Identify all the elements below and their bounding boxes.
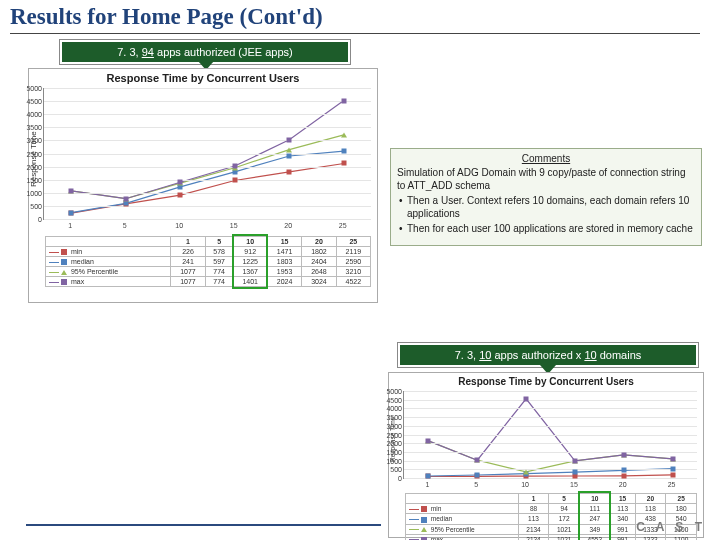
chart-bottom: Response Time by Concurrent Users Respon… [388, 372, 704, 538]
chart-top-plot: 0500100015002000250030003500400045005000 [43, 88, 371, 220]
footer-logo: C A S T [636, 520, 706, 534]
banner-bottom-text-b: apps authorized x [491, 349, 584, 361]
banner-top-text-a: 7. 3, [117, 46, 141, 58]
chart-top-ylabel: Response Time [29, 86, 41, 232]
banner-bottom: 7. 3, 10 apps authorized x 10 domains [398, 343, 698, 367]
comments-li1: Then a User. Context refers 10 domains, … [397, 195, 695, 220]
chart-top-xaxis: 1510152025 [41, 220, 377, 232]
chart-top: Response Time by Concurrent Users Respon… [28, 68, 378, 303]
chart-bottom-plot: 0500100015002000250030003500400045005000 [403, 391, 697, 479]
banner-top-underline-1: 94 [142, 46, 154, 58]
chart-bottom-title: Response Time by Concurrent Users [389, 373, 703, 389]
title-underline [10, 33, 700, 34]
comments-p1: Simulation of ADG Domain with 9 copy/pas… [397, 167, 695, 192]
banner-top-text-b: apps authorized (JEE apps) [154, 46, 293, 58]
comments-li2: Then for each user 100 applications are … [397, 223, 695, 236]
chart-bottom-xaxis: 1510152025 [401, 479, 703, 489]
banner-bottom-text-c: domains [597, 349, 642, 361]
page-title: Results for Home Page (Cont'd) [10, 4, 712, 30]
banner-bottom-text-a: 7. 3, [455, 349, 479, 361]
comments-panel: Comments Simulation of ADG Domain with 9… [390, 148, 702, 246]
page-header: Results for Home Page (Cont'd) [0, 0, 720, 34]
footer-bar [26, 524, 381, 526]
chart-top-data-table: 1510152025 min226578912147118022119 medi… [45, 236, 371, 287]
comments-heading: Comments [397, 153, 695, 164]
chart-top-title: Response Time by Concurrent Users [29, 69, 377, 86]
banner-bottom-underline-2: 10 [584, 349, 596, 361]
banner-bottom-underline-1: 10 [479, 349, 491, 361]
